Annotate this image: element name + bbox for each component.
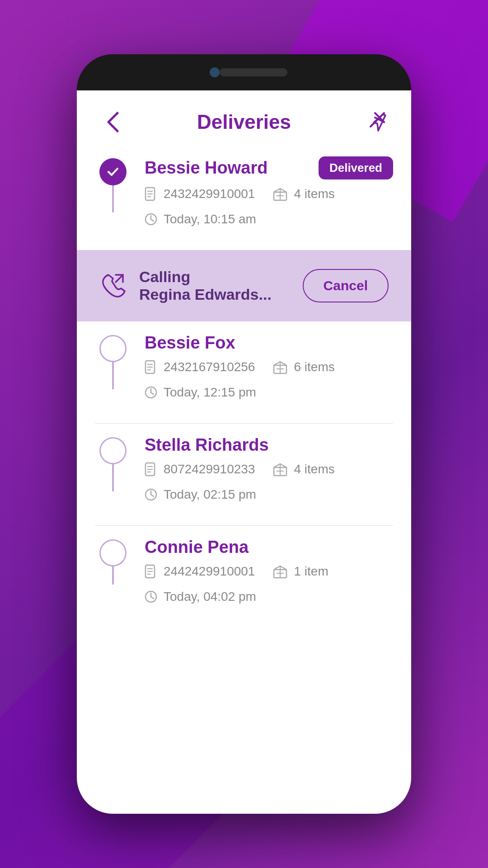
- cancel-call-button[interactable]: Cancel: [303, 269, 389, 302]
- divider: [95, 525, 393, 526]
- svg-line-16: [116, 275, 123, 282]
- timeline-col: [95, 433, 131, 491]
- delivery-name: Connie Pena: [145, 538, 249, 557]
- item-details-row: 2432167910256 6 items: [145, 360, 393, 380]
- order-number-detail: 2432167910256: [145, 360, 255, 374]
- svg-line-26: [151, 392, 154, 394]
- item-content: Bessie Howard Delivered 2432429910001: [131, 154, 393, 250]
- clock-icon: [145, 213, 157, 226]
- items-count: 4 items: [294, 462, 334, 476]
- order-number: 8072429910233: [164, 462, 255, 476]
- items-detail: 4 items: [273, 462, 334, 476]
- item-content: Stella Richards 8072429910233: [131, 433, 393, 525]
- app-header: Deliveries: [77, 90, 411, 145]
- phone-screen: Deliveries: [77, 90, 411, 814]
- clock-icon: [145, 386, 157, 399]
- timeline-circle: [99, 437, 127, 464]
- item-details-row: 8072429910233 4 items: [145, 462, 393, 482]
- order-number: 2432167910256: [164, 360, 255, 374]
- items-count: 6 items: [294, 360, 334, 374]
- order-number: 2432429910001: [164, 187, 255, 201]
- phone-frame: Deliveries: [77, 54, 411, 814]
- order-number-detail: 2432429910001: [145, 187, 255, 201]
- box-icon: [273, 360, 287, 374]
- calling-left: Calling Regina Edwards...: [99, 268, 272, 303]
- deliveries-list: Bessie Howard Delivered 2432429910001: [77, 145, 411, 814]
- delivery-time: Today, 12:15 pm: [164, 385, 256, 400]
- location-button[interactable]: [361, 108, 389, 136]
- items-detail: 4 items: [273, 187, 334, 201]
- timeline-line: [112, 185, 114, 212]
- calling-banner: Calling Regina Edwards... Cancel: [77, 250, 411, 321]
- delivery-time: Today, 02:15 pm: [164, 487, 256, 502]
- delivery-item[interactable]: Stella Richards 8072429910233: [77, 433, 411, 525]
- delivered-badge: Delivered: [319, 156, 393, 179]
- timeline-circle-completed: [99, 158, 127, 185]
- timeline-line: [112, 464, 114, 491]
- item-details-row: 2432429910001 4 items: [145, 187, 393, 207]
- clock-icon: [145, 590, 157, 603]
- items-count: 4 items: [294, 187, 334, 201]
- item-content: Connie Pena 2442429910001: [131, 535, 393, 627]
- svg-line-46: [151, 597, 154, 599]
- phone-speaker: [220, 68, 287, 76]
- box-icon: [273, 462, 287, 476]
- item-header: Stella Richards: [145, 435, 393, 455]
- time-detail: Today, 02:15 pm: [145, 487, 393, 502]
- item-details-row: 2442429910001 1 item: [145, 564, 393, 584]
- item-content: Bessie Fox 2432167910256: [131, 330, 393, 423]
- timeline-col: [95, 535, 131, 585]
- location-icon: [364, 111, 386, 133]
- order-number-detail: 2442429910001: [145, 564, 255, 579]
- phone-top-bar: [77, 54, 411, 90]
- item-header: Bessie Fox: [145, 333, 393, 353]
- delivery-name: Stella Richards: [145, 435, 269, 455]
- box-icon: [273, 564, 287, 579]
- calling-text: Calling Regina Edwards...: [139, 268, 272, 303]
- items-count: 1 item: [294, 564, 328, 579]
- delivery-item[interactable]: Bessie Fox 2432167910256: [77, 330, 411, 423]
- timeline-col: [95, 154, 131, 212]
- timeline-line: [112, 362, 114, 389]
- delivery-item[interactable]: Connie Pena 2442429910001: [77, 535, 411, 627]
- doc-icon: [145, 462, 157, 476]
- item-header: Connie Pena: [145, 538, 393, 557]
- time-detail: Today, 04:02 pm: [145, 590, 393, 604]
- svg-line-13: [151, 219, 154, 221]
- calling-label: Calling: [139, 268, 272, 286]
- time-detail: Today, 12:15 pm: [145, 385, 393, 400]
- timeline-line: [112, 566, 114, 585]
- doc-icon: [145, 360, 157, 374]
- doc-icon: [145, 564, 157, 579]
- delivery-name: Bessie Fox: [145, 333, 235, 353]
- page-title: Deliveries: [197, 111, 291, 133]
- phone-outgoing-icon: [99, 272, 127, 299]
- timeline-circle: [99, 539, 127, 566]
- timeline-col: [95, 330, 131, 389]
- check-icon: [106, 165, 120, 179]
- svg-line-36: [151, 495, 154, 496]
- clock-icon: [145, 488, 157, 501]
- phone-camera: [210, 67, 220, 77]
- delivery-name: Bessie Howard: [145, 158, 267, 178]
- back-icon: [106, 111, 120, 133]
- order-number: 2442429910001: [164, 564, 255, 579]
- delivery-time: Today, 10:15 am: [164, 212, 256, 226]
- calling-name: Regina Edwards...: [139, 286, 272, 303]
- delivery-item[interactable]: Bessie Howard Delivered 2432429910001: [77, 154, 411, 250]
- time-detail: Today, 10:15 am: [145, 212, 393, 226]
- items-detail: 1 item: [273, 564, 328, 579]
- back-button[interactable]: [99, 108, 127, 136]
- doc-icon: [145, 187, 157, 201]
- delivery-time: Today, 04:02 pm: [164, 590, 256, 604]
- items-detail: 6 items: [273, 360, 334, 374]
- order-number-detail: 8072429910233: [145, 462, 255, 476]
- box-icon: [273, 187, 287, 201]
- divider: [95, 423, 393, 424]
- timeline-circle: [99, 335, 127, 362]
- item-header: Bessie Howard Delivered: [145, 156, 393, 179]
